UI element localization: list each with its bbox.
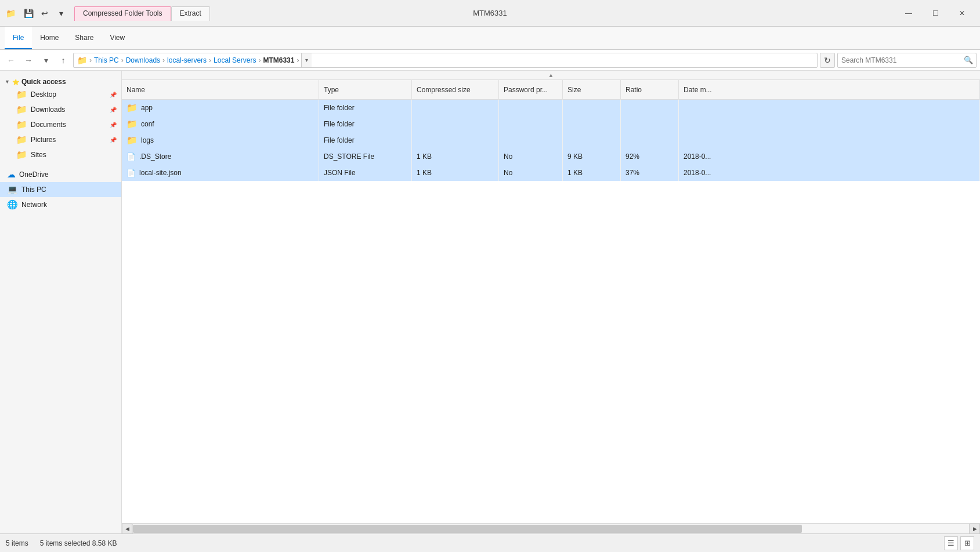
back-button[interactable]: ← xyxy=(3,53,19,68)
file-cell-type: File folder xyxy=(319,100,412,116)
qat-dropdown-button[interactable]: ▾ xyxy=(53,6,68,21)
save-qat-button[interactable]: 💾 xyxy=(21,6,36,21)
folder-icon: 📁 xyxy=(126,119,138,129)
maximize-button[interactable]: ☐ xyxy=(922,5,949,22)
title-bar-icons: 📁 xyxy=(5,8,16,19)
sites-label: Sites xyxy=(31,151,117,159)
sidebar-item-desktop[interactable]: 📁 Desktop 📌 xyxy=(0,87,121,102)
file-cell-size xyxy=(563,116,621,132)
file-cell-size: 9 KB xyxy=(563,148,621,165)
quick-access-toolbar: 💾 ↩ ▾ xyxy=(21,6,68,21)
tab-file[interactable]: File xyxy=(5,27,32,49)
sidebar-item-sites[interactable]: 📁 Sites xyxy=(0,147,121,162)
undo-qat-button[interactable]: ↩ xyxy=(37,6,52,21)
file-cell-password xyxy=(499,100,563,116)
file-cell-type: File folder xyxy=(319,132,412,148)
file-cell-compressed xyxy=(412,100,499,116)
file-cell-compressed xyxy=(412,132,499,148)
item-count: 5 items xyxy=(6,539,28,547)
details-view-button[interactable]: ☰ xyxy=(944,536,958,550)
sidebar-item-onedrive[interactable]: ☁ OneDrive xyxy=(0,167,121,182)
refresh-button[interactable]: ↻ xyxy=(820,53,835,68)
file-list: 📁 app File folder 📁 conf File folder 📁 xyxy=(122,100,980,523)
close-button[interactable]: ✕ xyxy=(949,5,975,22)
breadcrumb-downloads[interactable]: Downloads xyxy=(126,56,160,64)
col-header-date[interactable]: Date m... xyxy=(679,80,980,100)
breadcrumb-sep-1: › xyxy=(121,56,124,64)
tab-home[interactable]: Home xyxy=(32,27,67,49)
file-cell-type: JSON File xyxy=(319,165,412,181)
status-bar: 5 items 5 items selected 8.58 KB ☰ ⊞ xyxy=(0,533,980,552)
search-icon[interactable]: 🔍 xyxy=(961,53,976,67)
file-cell-ratio xyxy=(621,100,679,116)
breadcrumb-local-servers-2[interactable]: Local Servers xyxy=(214,56,256,64)
table-row[interactable]: 📁 logs File folder xyxy=(122,132,980,148)
file-cell-password: No xyxy=(499,165,563,181)
file-cell-date xyxy=(679,132,980,148)
breadcrumb-mtm6331[interactable]: MTM6331 xyxy=(263,56,294,64)
table-row[interactable]: 📄 .DS_Store DS_STORE File 1 KB No 9 KB 9… xyxy=(122,148,980,165)
col-header-name[interactable]: Name xyxy=(122,80,319,100)
sidebar-item-downloads[interactable]: 📁 Downloads 📌 xyxy=(0,102,121,117)
extract-tab[interactable]: Extract xyxy=(171,6,210,21)
col-header-compressed-size[interactable]: Compressed size xyxy=(412,80,499,100)
col-header-ratio[interactable]: Ratio xyxy=(621,80,679,100)
sidebar-item-pictures[interactable]: 📁 Pictures 📌 xyxy=(0,132,121,147)
breadcrumb-folder-icon: 📁 xyxy=(77,56,87,65)
onedrive-label: OneDrive xyxy=(19,170,117,179)
table-row[interactable]: 📁 conf File folder xyxy=(122,116,980,132)
file-cell-date xyxy=(679,116,980,132)
main-area: ▼ ⭐ Quick access 📁 Desktop 📌 📁 Downloads… xyxy=(0,71,980,533)
tab-view[interactable]: View xyxy=(102,27,133,49)
file-cell-compressed: 1 KB xyxy=(412,165,499,181)
app-icon: 📁 xyxy=(5,8,16,19)
file-cell-size: 1 KB xyxy=(563,165,621,181)
col-header-password[interactable]: Password pr... xyxy=(499,80,563,100)
sidebar: ▼ ⭐ Quick access 📁 Desktop 📌 📁 Downloads… xyxy=(0,71,122,533)
file-name-text: conf xyxy=(141,120,154,128)
quick-access-header[interactable]: ▼ ⭐ Quick access xyxy=(0,75,121,87)
large-icons-view-button[interactable]: ⊞ xyxy=(960,536,974,550)
ribbon-menu-tabs: File Home Share View xyxy=(5,27,133,49)
breadcrumb-local-servers[interactable]: local-servers xyxy=(167,56,207,64)
file-name-text: local-site.json xyxy=(139,169,182,177)
breadcrumb-area: 📁 › This PC › Downloads › local-servers … xyxy=(73,53,818,68)
recent-locations-button[interactable]: ▾ xyxy=(38,53,53,68)
desktop-pin-icon: 📌 xyxy=(110,92,117,98)
downloads-pin-icon: 📌 xyxy=(110,107,117,113)
compressed-folder-tools-tab[interactable]: Compressed Folder Tools xyxy=(74,6,171,21)
file-cell-name: 📄 local-site.json xyxy=(122,165,319,181)
horizontal-scrollbar[interactable]: ◀ ▶ xyxy=(122,523,980,533)
breadcrumb-this-pc[interactable]: This PC xyxy=(94,56,119,64)
sidebar-item-this-pc[interactable]: 💻 This PC xyxy=(0,182,121,197)
file-icon: 📄 xyxy=(126,152,136,161)
scroll-track[interactable] xyxy=(132,524,970,534)
tab-share[interactable]: Share xyxy=(67,27,102,49)
content-area: ▲ Name Type Compressed size Password pr.… xyxy=(122,71,980,533)
scroll-right-button[interactable]: ▶ xyxy=(970,524,980,534)
folder-icon: 📁 xyxy=(126,103,138,113)
search-input[interactable] xyxy=(838,56,961,64)
minimize-button[interactable]: — xyxy=(895,5,922,22)
sidebar-item-documents[interactable]: 📁 Documents 📌 xyxy=(0,117,121,132)
sidebar-item-network[interactable]: 🌐 Network xyxy=(0,197,121,212)
scroll-thumb[interactable] xyxy=(133,525,802,533)
file-icon: 📄 xyxy=(126,169,136,177)
file-cell-ratio xyxy=(621,132,679,148)
file-name-text: app xyxy=(141,104,153,112)
breadcrumb-dropdown-button[interactable]: ▾ xyxy=(301,53,312,68)
file-cell-date: 2018-0... xyxy=(679,165,980,181)
file-cell-compressed: 1 KB xyxy=(412,148,499,165)
column-scroll-indicator[interactable]: ▲ xyxy=(122,71,980,80)
table-row[interactable]: 📄 local-site.json JSON File 1 KB No 1 KB… xyxy=(122,165,980,181)
file-cell-date: 2018-0... xyxy=(679,148,980,165)
quick-access-section: ▼ ⭐ Quick access 📁 Desktop 📌 📁 Downloads… xyxy=(0,74,121,164)
up-button[interactable]: ↑ xyxy=(56,53,71,68)
forward-button[interactable]: → xyxy=(21,53,36,68)
file-name-text: .DS_Store xyxy=(139,152,171,161)
scroll-left-button[interactable]: ◀ xyxy=(122,524,132,534)
col-header-type[interactable]: Type xyxy=(319,80,412,100)
col-header-size[interactable]: Size xyxy=(563,80,621,100)
sites-folder-icon: 📁 xyxy=(16,150,27,160)
table-row[interactable]: 📁 app File folder xyxy=(122,100,980,116)
